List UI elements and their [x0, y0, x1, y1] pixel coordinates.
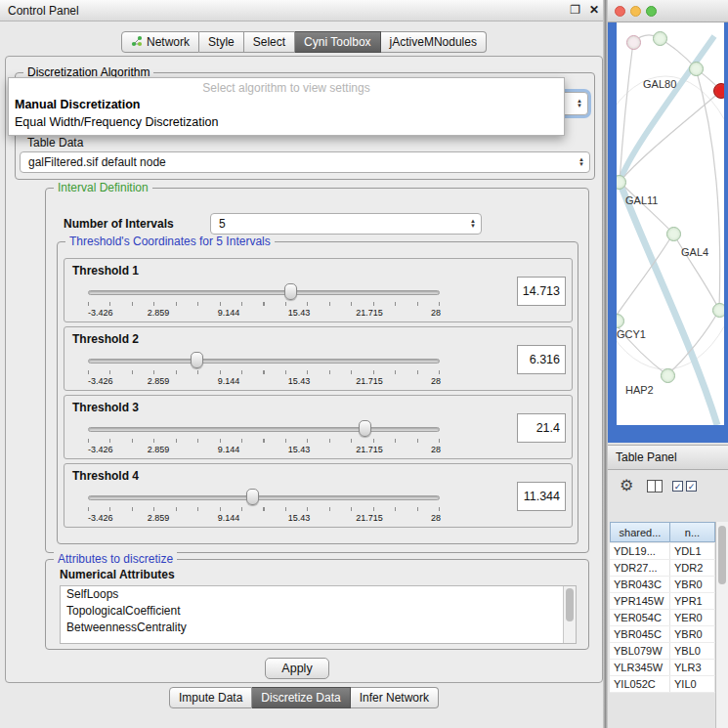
- tab-label: Infer Network: [360, 691, 429, 705]
- network-node[interactable]: [666, 227, 681, 241]
- attributes-list[interactable]: SelfLoops TopologicalCoefficient Between…: [60, 585, 577, 644]
- columns-icon[interactable]: [647, 480, 663, 492]
- list-item[interactable]: BetweennessCentrality: [61, 620, 576, 636]
- select-all-checkbox-icon[interactable]: ✓: [672, 481, 683, 492]
- slider-track[interactable]: [88, 290, 440, 295]
- slider-track[interactable]: [88, 427, 440, 432]
- tab-network[interactable]: Network: [121, 31, 199, 53]
- cell[interactable]: YDR27...: [610, 560, 670, 576]
- tab-label: Impute Data: [179, 691, 242, 705]
- scale-label: 2.859: [148, 376, 170, 386]
- network-node[interactable]: [712, 303, 724, 318]
- network-node[interactable]: [661, 368, 675, 383]
- combo-arrows-icon: ▲▼: [577, 99, 582, 108]
- dropdown-option-equal-width[interactable]: Equal Width/Frequency Discretization: [9, 113, 564, 131]
- cell[interactable]: YIL0: [670, 676, 715, 692]
- cell[interactable]: YLR3: [670, 660, 715, 675]
- cell[interactable]: YDL19...: [610, 543, 670, 559]
- scale-label: 15.43: [288, 445, 311, 454]
- control-panel-titlebar: Control Panel ❐ ✕: [0, 0, 608, 21]
- list-item[interactable]: SelfLoops: [61, 586, 576, 603]
- table-row[interactable]: YBR045CYBR0: [610, 626, 715, 643]
- threshold-2-slider[interactable]: -3.426 2.859 9.144 15.43 21.715 28: [88, 351, 440, 388]
- table-row[interactable]: YDR27...YDR2: [610, 560, 715, 577]
- slider-thumb[interactable]: [359, 420, 371, 437]
- threshold-1-slider[interactable]: -3.426 2.859 9.144 15.43 21.715 28: [88, 282, 440, 320]
- close-window-button[interactable]: [615, 6, 625, 17]
- select-none-checkbox-icon[interactable]: ✓: [686, 481, 697, 492]
- minimize-window-button[interactable]: [630, 6, 641, 17]
- cell[interactable]: YPR1: [670, 593, 715, 609]
- threshold-3-value-field[interactable]: 21.4: [517, 413, 566, 443]
- number-of-intervals-label: Number of Intervals: [64, 217, 174, 231]
- dropdown-placeholder: Select algorithm to view settings: [9, 78, 564, 96]
- zoom-window-button[interactable]: [646, 6, 657, 17]
- threshold-4-value-field[interactable]: 11.344: [517, 482, 566, 511]
- scale-label: 9.144: [218, 308, 240, 318]
- tab-impute-data[interactable]: Impute Data: [169, 687, 252, 708]
- cell[interactable]: YBR0: [670, 577, 715, 592]
- scale-label: 2.859: [148, 308, 170, 318]
- threshold-4-slider[interactable]: -3.426 2.859 9.144 15.43 21.715 28: [88, 488, 440, 525]
- tab-discretize-data[interactable]: Discretize Data: [252, 687, 350, 708]
- cell[interactable]: YDL1: [670, 543, 715, 559]
- scrollbar-thumb[interactable]: [566, 588, 574, 621]
- threshold-1-value-field[interactable]: 14.713: [517, 277, 566, 306]
- cell[interactable]: YER0: [670, 610, 715, 625]
- cell[interactable]: YBR0: [670, 626, 715, 642]
- table-row[interactable]: YBL079WYBL0: [610, 643, 715, 660]
- dropdown-option-manual[interactable]: Manual Discretization: [9, 96, 564, 113]
- combo-arrows-icon: ▲▼: [470, 219, 476, 229]
- slider-track[interactable]: [88, 495, 440, 500]
- table-row[interactable]: YPR145WYPR1: [610, 593, 715, 610]
- cell[interactable]: YLR345W: [610, 660, 670, 675]
- network-node-selected[interactable]: [713, 83, 724, 99]
- tab-infer-network[interactable]: Infer Network: [351, 687, 439, 708]
- interval-definition-group: Interval Definition Number of Intervals …: [45, 188, 589, 553]
- table-row[interactable]: YDL19...YDL1: [610, 543, 715, 560]
- network-canvas[interactable]: GAL80 GAL11 GAL4 GCY1 HAP2: [617, 22, 724, 425]
- node-label-gal11: GAL11: [625, 194, 658, 206]
- number-of-intervals-combobox[interactable]: 5 ▲▼: [210, 213, 482, 235]
- node-label-gal80: GAL80: [643, 78, 676, 90]
- table-row[interactable]: YER054CYER0: [610, 610, 715, 626]
- gear-icon[interactable]: ⚙: [620, 476, 633, 494]
- cell[interactable]: YBL0: [670, 643, 715, 659]
- table-row[interactable]: YLR345WYLR3: [610, 660, 715, 676]
- tab-style[interactable]: Style: [199, 31, 244, 53]
- column-header-name[interactable]: n...: [670, 522, 715, 542]
- table-row[interactable]: YIL052CYIL0: [610, 676, 715, 693]
- cell[interactable]: YIL052C: [610, 676, 670, 692]
- scrollbar-thumb[interactable]: [718, 526, 726, 584]
- scale-label: 9.144: [218, 376, 240, 386]
- float-panel-icon[interactable]: ❐: [570, 3, 580, 17]
- cell[interactable]: YPR145W: [610, 593, 670, 609]
- slider-thumb[interactable]: [191, 352, 203, 368]
- tab-jactivemnodules[interactable]: jActiveMNodules: [381, 31, 487, 53]
- threshold-2-value-field[interactable]: 6.316: [517, 345, 566, 374]
- threshold-3-slider[interactable]: -3.426 2.859 9.144 15.43 21.715 28: [88, 419, 440, 456]
- table-data-combobox[interactable]: galFiltered.sif default node ▲▼: [20, 151, 590, 173]
- network-node[interactable]: [689, 62, 704, 76]
- cell[interactable]: YBR045C: [610, 626, 670, 642]
- threshold-4-panel: Threshold 4 -3.426 2.859 9.144 15.43 21.…: [64, 463, 573, 528]
- list-item[interactable]: TopologicalCoefficient: [61, 603, 576, 620]
- list-scrollbar[interactable]: [563, 586, 576, 643]
- close-panel-icon[interactable]: ✕: [589, 3, 599, 17]
- scale-label: 9.144: [218, 445, 240, 454]
- cell[interactable]: YDR2: [670, 560, 715, 576]
- network-node[interactable]: [626, 35, 641, 50]
- cell[interactable]: YBR043C: [610, 577, 670, 592]
- column-header-shared-name[interactable]: shared...: [610, 522, 670, 542]
- slider-track[interactable]: [88, 359, 440, 364]
- tab-select[interactable]: Select: [244, 31, 295, 53]
- cell[interactable]: YER054C: [610, 610, 670, 625]
- network-node[interactable]: [653, 31, 667, 46]
- cell[interactable]: YBL079W: [610, 643, 670, 659]
- slider-thumb[interactable]: [246, 489, 259, 505]
- table-row[interactable]: YBR043CYBR0: [610, 577, 715, 593]
- table-scrollbar[interactable]: [715, 522, 728, 728]
- slider-thumb[interactable]: [284, 283, 297, 300]
- tab-cyni-toolbox[interactable]: Cyni Toolbox: [295, 31, 380, 53]
- apply-button[interactable]: Apply: [265, 658, 329, 679]
